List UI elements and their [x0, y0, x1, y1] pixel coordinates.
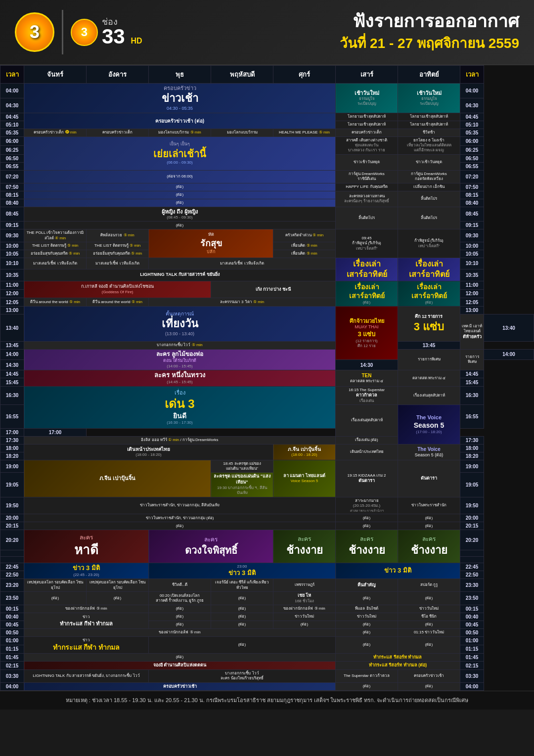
page-header: 3 3 ช่อง 33 HD ฟังรายการออกอากาศ วันที่ …	[0, 0, 534, 65]
time-0040-right: 00:40	[460, 613, 484, 621]
prog-mon-0535: ครอบครัวข่าวเด็ก ⓮ min	[24, 129, 87, 136]
prog-weekday-0840: (ต่อ)	[24, 199, 336, 207]
table-row: 14:00 ละคร ลูกไม้ของพ่อ ตอน ใต้ร่มใบภักด…	[0, 349, 534, 359]
time-2250-right: 22:50	[460, 571, 484, 579]
time-2000: 20:00	[0, 514, 24, 522]
prog-sun-2000: (ต่อ)	[398, 514, 460, 522]
time-1005: 10:05	[0, 250, 24, 258]
time-1800: 18:00	[0, 444, 24, 452]
prog-jeen-pao-1900: ภ.จีน เปาปุ้นจิ้น	[24, 460, 211, 497]
header-mon: จันทร์	[24, 66, 87, 84]
time-1200: 12:00	[0, 289, 24, 298]
time-0650: 06:50	[0, 154, 24, 162]
table-row: 13:45 บางกอกกระชิ้บ ไวว์ ⑤ min 13:45	[0, 341, 534, 349]
prog-lakorn-haa-dee: ละคร หาดี	[24, 530, 149, 563]
prog-wed-0015: (ต่อ)	[149, 605, 211, 613]
time-0115-right: 01:15	[460, 645, 484, 653]
prog-lakorn-sat: ละคร ช้างงาย	[336, 530, 398, 563]
time-0815-right: 08:15	[460, 191, 484, 199]
time-2020-right: 20:20	[460, 530, 484, 550]
time-blank2r	[460, 557, 484, 563]
schedule-grid: เวลา จันทร์ อังคาร พุธ พฤหัสบดี ศุกร์ เส…	[0, 65, 534, 691]
time-0510: 05:10	[0, 121, 24, 129]
ch33-logo: 3 ช่อง 33 HD	[71, 17, 142, 47]
time-0045-right: 00:45	[460, 621, 484, 629]
time-1010-right: 10:10	[460, 258, 484, 269]
time-1800-right: 18:00	[460, 444, 484, 452]
time-1000-right: 10:00	[460, 242, 484, 250]
ch3-small-logo: 3	[71, 19, 98, 46]
time-1905-right: 19:05	[460, 473, 484, 497]
time-1820-right: 18:20	[460, 452, 484, 460]
prog-sat-0400-end: (ต่อ)	[336, 682, 398, 691]
time-1545: 15:45	[0, 378, 24, 386]
prog-sat-0845: ลิ้นติดโปร	[336, 207, 398, 229]
prog-wed-0045: (ต่อ)	[149, 621, 211, 629]
table-row: 10:10 มาสเตอร์เชิ้ฟ เวทีแจ้งเกิด มาสเตอร…	[0, 258, 534, 269]
prog-sat-1730: เรื่องเด่น (ต่อ)	[336, 436, 398, 444]
prog-khaw-3-miti-monwed: ข่าว 3 มิติ (22:45 - 23:20)	[24, 563, 149, 578]
time-1545-right: 15:45	[460, 378, 484, 386]
time-0915-right: 09:15	[460, 222, 484, 229]
table-row: 09:30 THE POLL เข้าใจความต้องการมิสไลด์ …	[0, 229, 534, 242]
time-2320-right: 23:30	[460, 579, 484, 592]
prog-khaw-3-miti-satsun: ข่าว 3 มิติ	[336, 563, 460, 578]
table-row: 20:00 ข่าวในพระราชสำนัก, ข่าวนอกกลุ่ม (ต…	[0, 514, 534, 522]
time-1730: 17:30	[0, 436, 24, 444]
prog-chao-wan-mai-sat: เช้าวันใหม่ ธรรมปูใจ ระเบียบบุญ	[336, 84, 398, 113]
time-1430: 14:30	[0, 359, 24, 370]
time-2350: 23:50	[0, 591, 24, 605]
time-1400: 14:00	[0, 349, 24, 359]
table-row: 07:20 (ต่อจาก 06:00) การ์ตูน DreamWorks …	[0, 170, 534, 183]
prog-sun-1100: เรื่องเล่าเสาร์อาทิตย์ (ต่อ)	[398, 281, 460, 307]
header-time-left: เวลา	[0, 66, 24, 84]
time-1820: 18:20	[0, 452, 24, 460]
time-0100-right: 01:00	[460, 637, 484, 645]
prog-wed-2350: 00:20 เปิดเลนส์สองโลก สารคดี ร้ำพลังงาน,…	[149, 591, 211, 605]
table-row: 02:15 จองอี ตำนานศิลปิแห่งตตดน ทำกระแส ร…	[0, 662, 534, 670]
time-1200-right: 12:00	[460, 289, 484, 298]
title-sub: วันที่ 21 - 27 พฤศจิกายน 2559	[152, 32, 520, 54]
header-sun: อาทิตย์	[398, 66, 460, 84]
table-row: 01:45 (ต่อ) ทำกระแส รีสอร์ท ทำกมล 01:45	[0, 653, 534, 662]
prog-fri-1005: เพื่อนคิด ⑤ min	[273, 250, 336, 258]
time-0625: 06:25	[0, 145, 24, 154]
prog-wed-fri-1010: มาสเตอร์เชิ้ฟ เวทีแจ้งเกิด	[149, 258, 336, 269]
prog-montu-khao-tong: ข่าว ทำกระแส กีฬา ทำกมล	[24, 637, 149, 654]
title-main: ฟังรายการออกอากาศ	[152, 10, 520, 32]
prog-fri-0930: ครัวคริตจำด่วน ⑤ min	[273, 229, 336, 242]
time-1035: 10:35	[0, 269, 24, 281]
prog-lightning-talk: LIGHTNING TALK กับสายสวรรค์ ขยันยิ่ง	[24, 269, 336, 281]
time-1655: 16:55	[0, 405, 24, 429]
prog-weekday-2015: (ต่อ)	[24, 522, 336, 530]
time-1100: 11:00	[0, 281, 24, 289]
time-0050: 00:50	[0, 629, 24, 637]
prog-thu-0045: (ต่อ)	[211, 621, 273, 629]
table-row: 23:50 (ต่อ) (ต่อ) 00:20 เปิดเลนส์สองโลก …	[0, 591, 534, 605]
prog-sun-0750: เปลี่ยนปาก เอ็กซิน	[398, 183, 460, 191]
table-row: 20:20 ละคร หาดี ละคร ดวงใจพิสุทธิ์ ละคร …	[0, 530, 534, 550]
prog-sun-voice: The Voice Season 5 (17:00 - 18:20)	[398, 405, 460, 445]
prog-sat-2350: (ต่อ)	[336, 591, 398, 605]
prog-thu-0040: (ต่อ)	[211, 613, 273, 621]
header-fri: ศุกร์	[273, 66, 336, 84]
time-0930-right: 09:30	[460, 229, 484, 242]
prog-sat-0330: The Superstar ดาวก้าดวล	[336, 669, 398, 682]
time-1950-right: 19:50	[460, 497, 484, 514]
prog-fri-0535: HEALTH ME PLEASE ⑤ min	[273, 129, 336, 136]
time-2320: 23:20	[0, 579, 24, 592]
prog-poo-ying: ผู้หญิง ถึง ผู้หญิง (08:45 - 09:30)	[24, 207, 336, 222]
prog-muay-thai: ศึกจ้าวมวยไทย MUAY THAI 3 แซ่บ (12 รายกา…	[336, 307, 398, 360]
prog-mon-2320: เทปฟุตบอลโลก รอบคัดเลือก โซนยุโรป	[24, 579, 87, 592]
prog-sat-0720: การ์ตูน DreamWorks ราชินีดีเด่น	[336, 170, 398, 183]
time-2015: 20:15	[0, 522, 24, 530]
prog-thu-0015: (ต่อ)	[211, 605, 273, 613]
header-tue: อังคาร	[87, 66, 149, 84]
time-0445-right: 04:45	[460, 113, 484, 121]
prog-jongoi-weekday: จองอี ตำนานศิลปิแห่งตตดน	[24, 662, 336, 670]
prog-sat-0040: ข่าววันใหม่	[336, 613, 398, 621]
prog-sat-0750: HAPPY LIFE กับคุณหรีด	[336, 183, 398, 191]
time-2015-right: 20:15	[460, 522, 484, 530]
prog-sat-0045: (ต่อ)	[336, 621, 398, 629]
time-2245: 22:45	[0, 563, 24, 571]
